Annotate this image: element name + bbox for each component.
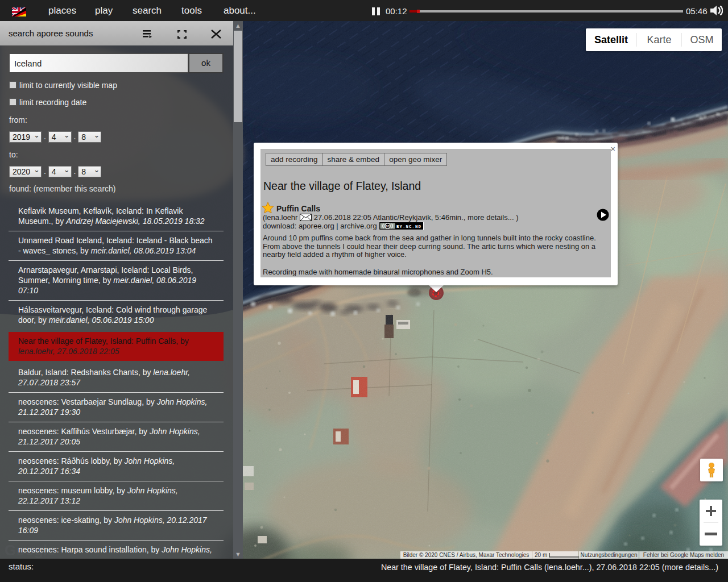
svg-text:cc: cc xyxy=(386,224,390,228)
svg-text:BY-NC-ND: BY-NC-ND xyxy=(396,225,421,229)
